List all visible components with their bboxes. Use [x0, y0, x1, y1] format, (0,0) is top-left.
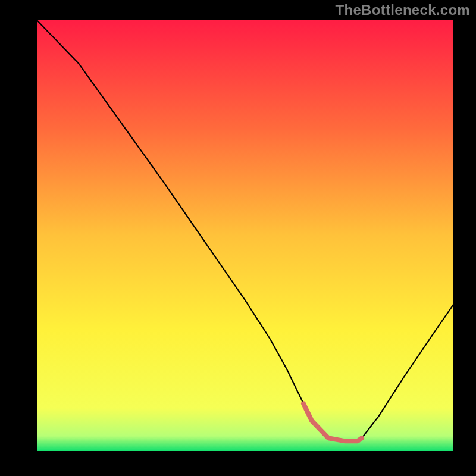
bottleneck-chart [37, 20, 453, 451]
brand-watermark: TheBottleneck.com [336, 2, 470, 18]
chart-frame: TheBottleneck.com [0, 0, 476, 476]
gradient-background [37, 20, 453, 451]
